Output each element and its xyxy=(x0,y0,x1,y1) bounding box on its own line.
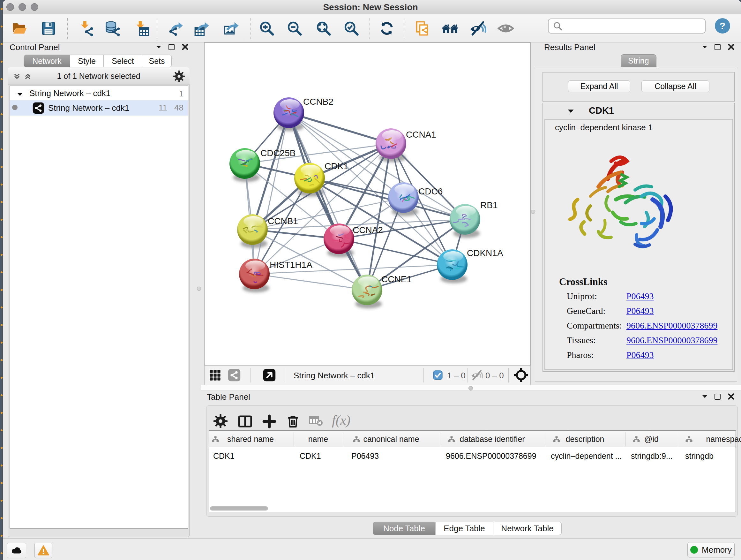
svg-text:RB1: RB1 xyxy=(480,200,497,210)
svg-text:CCNE1: CCNE1 xyxy=(381,274,412,284)
svg-text:CDC6: CDC6 xyxy=(418,186,443,196)
svg-text:CDK1: CDK1 xyxy=(325,161,348,171)
svg-text:CDC25B: CDC25B xyxy=(260,148,295,158)
svg-text:CCNA2: CCNA2 xyxy=(353,225,383,235)
svg-text:CCNB1: CCNB1 xyxy=(268,216,298,226)
svg-text:CDKN1A: CDKN1A xyxy=(467,248,503,258)
svg-text:HIST1H1A: HIST1H1A xyxy=(270,260,313,270)
svg-text:CCNB2: CCNB2 xyxy=(303,97,333,107)
svg-text:CCNA1: CCNA1 xyxy=(406,130,436,139)
